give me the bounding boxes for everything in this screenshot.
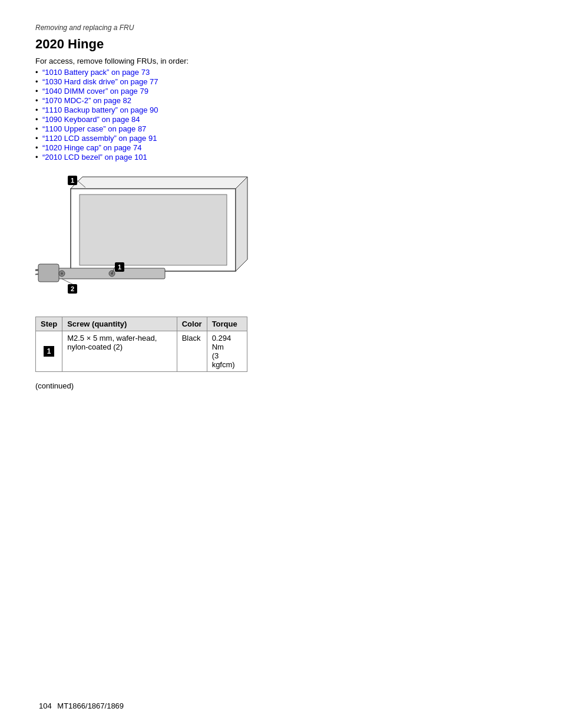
col-step: Step	[36, 317, 62, 331]
fru-list-item[interactable]: “1010 Battery pack” on page 73	[35, 68, 527, 77]
hinge-diagram: 1 1 2	[35, 171, 259, 301]
fru-list-item[interactable]: “1110 Backup battery” on page 90	[35, 106, 527, 114]
col-color: Color	[177, 317, 207, 331]
col-screw: Screw (quantity)	[62, 317, 177, 331]
section-title: 2020 Hinge	[35, 37, 527, 52]
cell-screw: M2.5 × 5 mm, wafer-head, nylon-coated (2…	[62, 331, 177, 372]
fru-link[interactable]: “1040 DIMM cover” on page 79	[42, 87, 148, 95]
fru-link[interactable]: “1030 Hard disk drive” on page 77	[42, 77, 158, 86]
table-row: 1M2.5 × 5 mm, wafer-head, nylon-coated (…	[36, 331, 247, 372]
section-label: Removing and replacing a FRU	[35, 24, 527, 32]
svg-text:2: 2	[71, 285, 74, 292]
fru-link[interactable]: “1090 Keyboard” on page 84	[42, 115, 140, 124]
cell-color: Black	[177, 331, 207, 372]
fru-list-item[interactable]: “1020 Hinge cap” on page 74	[35, 143, 527, 152]
fru-link[interactable]: “1010 Battery pack” on page 73	[42, 68, 150, 77]
fru-link[interactable]: “1070 MDC-2” on page 82	[42, 96, 131, 105]
col-torque: Torque	[207, 317, 247, 331]
intro-text: For access, remove following FRUs, in or…	[35, 57, 527, 65]
fru-list-item[interactable]: “1100 Upper case” on page 87	[35, 124, 527, 133]
fru-list-item[interactable]: “1030 Hard disk drive” on page 77	[35, 77, 527, 86]
footer-model: MT1866/1867/1869	[57, 701, 124, 710]
fru-list-item[interactable]: “1090 Keyboard” on page 84	[35, 115, 527, 124]
svg-point-7	[61, 272, 63, 275]
fru-link[interactable]: “1120 LCD assembly” on page 91	[42, 134, 157, 143]
fru-list-item[interactable]: “2010 LCD bezel” on page 101	[35, 153, 527, 162]
page-footer: 104 MT1866/1867/1869	[35, 701, 124, 710]
footer-page-number: 104	[39, 701, 52, 710]
diagram-area: 1 1 2	[35, 171, 259, 302]
continued-text: (continued)	[35, 381, 527, 390]
cell-torque: 0.294 Nm (3 kgfcm)	[207, 331, 247, 372]
svg-text:1: 1	[71, 177, 74, 184]
fru-list-item[interactable]: “1040 DIMM cover” on page 79	[35, 87, 527, 95]
fru-link[interactable]: “2010 LCD bezel” on page 101	[42, 153, 147, 162]
fru-link[interactable]: “1100 Upper case” on page 87	[42, 124, 146, 133]
fru-link[interactable]: “1110 Backup battery” on page 90	[42, 106, 158, 114]
svg-text:1: 1	[118, 263, 121, 271]
svg-line-18	[62, 279, 72, 284]
svg-marker-2	[236, 177, 247, 271]
page: Removing and replacing a FRU 2020 Hinge …	[0, 0, 562, 728]
svg-rect-5	[38, 264, 59, 282]
fru-list-item[interactable]: “1120 LCD assembly” on page 91	[35, 134, 527, 143]
svg-marker-1	[71, 177, 247, 189]
screw-table: Step Screw (quantity) Color Torque 1M2.5…	[35, 317, 247, 372]
svg-rect-3	[80, 195, 227, 265]
fru-link[interactable]: “1020 Hinge cap” on page 74	[42, 143, 141, 152]
fru-list-item[interactable]: “1070 MDC-2” on page 82	[35, 96, 527, 105]
fru-list: “1010 Battery pack” on page 73“1030 Hard…	[35, 68, 527, 162]
cell-step: 1	[36, 331, 62, 372]
